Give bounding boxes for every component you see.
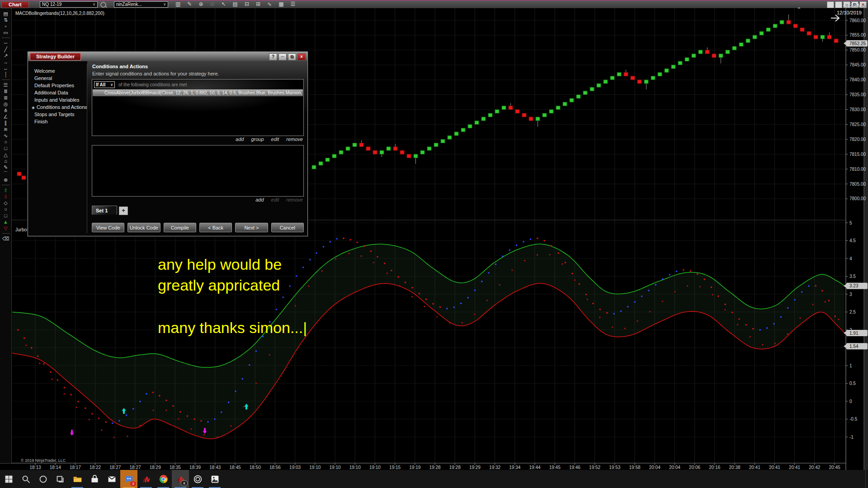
instrument-selector[interactable]: NQ 12-19 ∨	[40, 1, 98, 8]
back-button[interactable]: < Back	[199, 223, 232, 232]
nav-item-general[interactable]: General	[30, 75, 86, 82]
indicators-icon[interactable]: ∿	[267, 0, 272, 8]
taskbar-start[interactable]	[0, 470, 17, 488]
fib-retracement-icon[interactable]: ☰	[1, 82, 11, 88]
market-analyzer-icon[interactable]: ▦	[278, 0, 283, 8]
panel-tool-icon[interactable]: ▤	[1, 10, 11, 17]
nav-item-conditions-and-actions[interactable]: ◈Conditions and Actions	[30, 103, 86, 111]
taskbar-cortana[interactable]	[34, 470, 52, 488]
indicator-axis-label: 5	[849, 221, 852, 225]
view-code-button[interactable]: View Code	[92, 223, 124, 232]
square-marker-icon[interactable]: □	[1, 212, 11, 219]
condition-row[interactable]: CrossAbove(JurbolBBmacd(Close, 12, 26, 1…	[93, 89, 303, 96]
zoom-in-icon[interactable]: ⊕	[198, 0, 203, 8]
nav-item-inputs-and-variables[interactable]: Inputs and Variables	[30, 96, 86, 103]
dialog-minimize-button[interactable]: ─	[278, 53, 287, 61]
taskbar-file-explorer[interactable]	[69, 470, 86, 488]
taskbar-rings[interactable]	[189, 470, 206, 488]
chart-window-tab[interactable]: Chart	[1, 1, 29, 8]
conditions-list[interactable]: If All ∨ of the following conditions are…	[92, 79, 304, 136]
taskbar-task-view[interactable]	[52, 470, 69, 488]
nav-item-default-properties[interactable]: Default Properties	[30, 82, 86, 89]
extended-line-icon[interactable]: ↔	[1, 65, 11, 71]
zoom-out-icon[interactable]: ⊖	[210, 0, 214, 8]
taskbar-ninjatrader-8[interactable]: 8	[172, 470, 189, 488]
taskbar-store[interactable]	[86, 470, 103, 488]
nav-item-additional-data[interactable]: Additional Data	[30, 89, 86, 96]
text-note-icon[interactable]: ▭	[1, 29, 11, 36]
conditions-remove-link[interactable]: remove	[286, 136, 303, 142]
workspace-button-1[interactable]	[827, 1, 834, 8]
diamond-marker-icon[interactable]: ◇	[1, 200, 11, 206]
dot-marker-icon[interactable]: ○	[1, 206, 11, 212]
cancel-button[interactable]: Cancel	[271, 223, 304, 232]
ray-line-icon[interactable]: ↗	[1, 52, 11, 59]
regression-channel-icon[interactable]: ∥	[1, 120, 11, 126]
drawing-pencil-icon[interactable]: ✎	[187, 0, 192, 8]
chart-trader-icon[interactable]: ⊞	[256, 0, 260, 8]
unlock-code-button[interactable]: Unlock Code	[127, 223, 160, 232]
path-icon[interactable]: ∿	[1, 132, 11, 139]
gann-fan-icon[interactable]: ∠	[1, 113, 11, 120]
fib-extension-icon[interactable]: ≣	[1, 94, 11, 101]
triangle-down-marker-icon[interactable]: ▽	[1, 225, 11, 231]
dialog-close-button[interactable]: ×	[297, 53, 306, 61]
conditions-group-link[interactable]: group	[251, 136, 264, 142]
arrow-line-icon[interactable]: →	[1, 59, 11, 65]
dialog-maximize-button[interactable]: ⧉	[288, 53, 296, 61]
nav-item-stops-and-targets[interactable]: Stops and Targets	[30, 111, 86, 118]
rectangle-icon[interactable]: □	[1, 145, 11, 151]
script-editor-icon[interactable]: ▤	[233, 0, 238, 8]
actions-list[interactable]	[92, 145, 304, 197]
taskbar-ninjatrader[interactable]	[137, 470, 155, 488]
chart-text-annotation[interactable]: any help would be greatly appricated man…	[158, 254, 307, 338]
taskbar-search[interactable]	[17, 470, 34, 488]
dialog-titlebar[interactable]: Strategy Builder ? ─ ⧉ ×	[28, 52, 307, 61]
conditions-add-link[interactable]: add	[236, 136, 244, 142]
arc-icon[interactable]: ⌒	[1, 170, 11, 177]
compile-button[interactable]: Compile	[164, 223, 196, 232]
arrow-up-marker-icon[interactable]: ⇧	[1, 187, 11, 193]
dialog-help-button[interactable]: ?	[269, 53, 277, 61]
ellipse-icon[interactable]: ○	[1, 139, 11, 145]
triangle-up-marker-icon[interactable]: ▲	[1, 219, 11, 225]
brush-icon[interactable]: ✎	[1, 164, 11, 170]
nav-item-finish[interactable]: Finish	[30, 118, 86, 125]
trend-channel-icon[interactable]: ≋	[1, 126, 11, 132]
chart-style-icon[interactable]: ▥	[175, 0, 180, 8]
fib-time-icon[interactable]: Ⅲ	[1, 88, 11, 94]
arrow-down-marker-icon[interactable]: ⇩	[1, 193, 11, 200]
properties-icon[interactable]: ☰	[290, 0, 295, 8]
cursor-icon[interactable]: ↖	[222, 0, 226, 8]
actions-add-link[interactable]: add	[255, 197, 264, 202]
taskbar-clock[interactable]: 4:12 PM 12/10/2019	[837, 2, 862, 16]
condition-mode-select[interactable]: If All ∨	[94, 81, 115, 88]
trash-icon[interactable]: ⌫	[1, 235, 11, 242]
add-set-button[interactable]: +	[119, 206, 128, 215]
pitchfork-icon[interactable]: ⋔	[1, 107, 11, 113]
time-axis-label: 18:13	[29, 465, 41, 470]
triangle-icon[interactable]: △	[1, 151, 11, 158]
taskbar-chrome[interactable]	[155, 470, 172, 488]
tray-chevron-icon[interactable]: ^	[798, 0, 800, 18]
trend-line-icon[interactable]: ╱	[1, 46, 11, 52]
set-tab[interactable]: Set 1	[92, 206, 117, 215]
taskbar-chat[interactable]: 3	[120, 470, 137, 488]
cursor-updown-icon[interactable]: ⇅	[1, 17, 11, 23]
fib-circle-icon[interactable]: ◎	[1, 101, 11, 107]
horizontal-line-icon[interactable]: ─	[1, 40, 11, 46]
risk-reward-icon[interactable]: ⊕	[1, 177, 11, 183]
next-button[interactable]: Next >	[235, 223, 268, 232]
polygon-icon[interactable]: ⌂	[1, 158, 11, 164]
alerts-icon[interactable]: ⊟	[245, 0, 249, 8]
search-icon[interactable]	[100, 2, 106, 8]
region-highlight-icon[interactable]: ▫	[1, 23, 11, 29]
nav-item-welcome[interactable]: Welcome	[30, 67, 86, 75]
taskbar-photos[interactable]	[206, 470, 223, 488]
price-axis-label: 7820.00	[849, 137, 866, 142]
taskbar-mail[interactable]	[103, 470, 120, 488]
indicator-selector[interactable]: ninZaRenk... ∨	[114, 1, 168, 8]
vertical-line-icon[interactable]: ┆	[1, 71, 11, 78]
conditions-edit-link[interactable]: edit	[271, 136, 279, 142]
show-desktop-button[interactable]	[865, 470, 868, 488]
